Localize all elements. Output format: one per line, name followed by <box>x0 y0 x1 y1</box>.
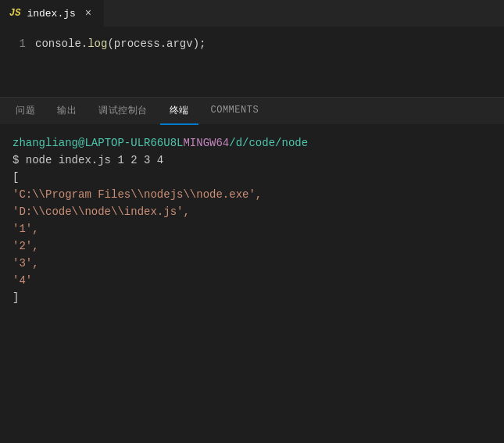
tab-comments[interactable]: COMMENTS <box>202 98 269 125</box>
terminal-host: LAPTOP-ULR66U8L <box>84 134 183 152</box>
terminal-output-line-7: ] <box>13 289 491 306</box>
line-number-1: 1 <box>0 35 26 52</box>
tab-filename: index.js <box>27 8 75 20</box>
terminal-cmd-line: $ node index.js 1 2 3 4 <box>13 152 491 169</box>
terminal-area[interactable]: zhangliang @ LAPTOP-ULR66U8L MINGW64 /d/… <box>0 125 504 443</box>
terminal-output-line-3: '1', <box>13 220 491 238</box>
terminal-output-line-4: '2', <box>13 238 491 255</box>
tab-output[interactable]: 输出 <box>48 98 86 125</box>
tab-problems[interactable]: 问题 <box>6 98 45 125</box>
terminal-output: [ 'C:\\Program Files\\nodejs\\node.exe',… <box>13 169 491 306</box>
tab-debug-console[interactable]: 调试控制台 <box>89 98 157 125</box>
tab-close-button[interactable]: × <box>82 5 95 21</box>
terminal-string-1: 'C:\\Program Files\\nodejs\\node.exe', <box>13 188 262 201</box>
terminal-user: zhangliang <box>13 134 78 152</box>
tab-bar: JS index.js × <box>0 0 504 27</box>
terminal-output-line-1: 'C:\\Program Files\\nodejs\\node.exe', <box>13 186 491 203</box>
code-log: log <box>88 35 107 52</box>
code-content: console.log(process.argv); <box>35 34 504 52</box>
terminal-string-2: 'D:\\code\\node\\index.js', <box>13 205 190 218</box>
terminal-mingw: MINGW64 <box>183 134 229 152</box>
terminal-string-4: '2', <box>13 240 39 252</box>
terminal-user-line: zhangliang @ LAPTOP-ULR66U8L MINGW64 /d/… <box>13 134 491 152</box>
panel-tabs: 问题 输出 调试控制台 终端 COMMENTS <box>0 98 504 125</box>
code-console: console. <box>35 35 88 52</box>
terminal-string-6: '4' <box>13 274 32 287</box>
terminal-string-5: '3', <box>13 257 39 270</box>
file-tab[interactable]: JS index.js × <box>0 0 105 27</box>
terminal-prompt: $ node index.js 1 2 3 4 <box>13 152 163 169</box>
terminal-output-line-0: [ <box>13 169 491 186</box>
code-line-1: console.log(process.argv); <box>35 35 504 52</box>
terminal-output-line-5: '3', <box>13 255 491 272</box>
tab-terminal[interactable]: 终端 <box>160 98 198 125</box>
line-numbers: 1 <box>0 34 35 52</box>
editor-area: 1 console.log(process.argv); <box>0 27 504 98</box>
terminal-output-line-6: '4' <box>13 272 491 289</box>
terminal-path: /d/code/node <box>229 134 308 152</box>
terminal-at: @ <box>78 134 84 152</box>
terminal-output-line-2: 'D:\\code\\node\\index.js', <box>13 203 491 220</box>
js-icon: JS <box>9 8 20 19</box>
code-args: (process.argv); <box>107 35 206 52</box>
terminal-string-3: '1', <box>13 223 39 235</box>
